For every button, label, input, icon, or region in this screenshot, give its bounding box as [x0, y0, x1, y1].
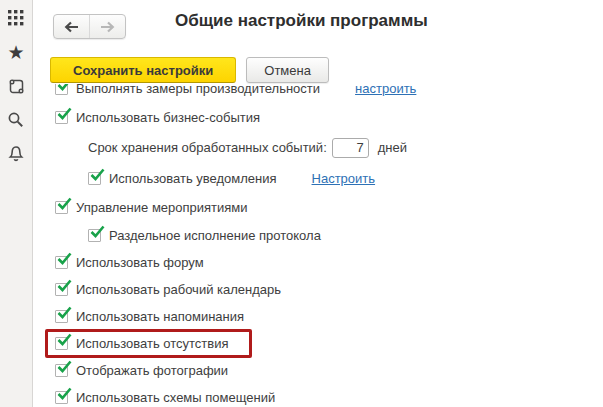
settings-row: Управление мероприятиями: [34, 194, 603, 221]
sidebar: ★: [0, 0, 33, 407]
back-arrow-icon: [64, 21, 79, 33]
history-scroll-icon[interactable]: [4, 74, 28, 98]
checkbox[interactable]: [55, 201, 68, 214]
settings-row: Использовать уведомления Настроить: [34, 163, 603, 194]
highlight-wrap: Использовать бизнес-события: [45, 103, 283, 132]
highlight-wrap: Использовать уведомления: [78, 164, 300, 193]
checkmark-icon: [57, 387, 72, 401]
checkbox-label: Использовать схемы помещений: [76, 390, 275, 405]
checkbox-label: Использовать бизнес-события: [76, 110, 260, 125]
checkbox-label: Управление мероприятиями: [76, 200, 248, 215]
checkbox[interactable]: [55, 310, 68, 323]
checkbox-label: Использовать форум: [76, 255, 204, 270]
settings-row: Выполнять замеры производительности наст…: [34, 84, 603, 102]
checkbox[interactable]: [55, 337, 68, 350]
cancel-button[interactable]: Отмена: [246, 57, 329, 83]
configure-link[interactable]: настроить: [355, 84, 416, 96]
checkmark-icon: [57, 107, 72, 121]
highlight-wrap: Раздельное исполнение протокола: [78, 221, 344, 250]
checkbox[interactable]: [55, 391, 68, 404]
settings-row: Использовать отсутствия: [34, 330, 603, 357]
highlight-wrap: Использовать форум: [45, 248, 227, 277]
forward-arrow-icon: [100, 21, 115, 33]
checkmark-icon: [57, 333, 72, 347]
highlight-wrap: Использовать схемы помещений: [45, 383, 298, 407]
checkbox-label: Использовать напоминания: [76, 309, 244, 324]
checkmark-icon: [57, 84, 72, 92]
checkmark-icon: [57, 360, 72, 374]
page-title: Общие настройки программы: [175, 11, 428, 31]
checkbox-label: Выполнять замеры производительности: [76, 84, 320, 96]
checkbox[interactable]: [88, 229, 101, 242]
configure-link[interactable]: Настроить: [312, 171, 376, 186]
checkbox[interactable]: [55, 283, 68, 296]
settings-window: ★: [0, 0, 603, 407]
settings-row: Использовать форум: [34, 249, 603, 276]
notifications-bell-icon[interactable]: [4, 142, 28, 166]
checkbox-label: Отображать фотографии: [76, 363, 228, 378]
forward-button[interactable]: [89, 15, 125, 38]
settings-row: Отображать фотографии: [34, 357, 603, 384]
checkbox[interactable]: [55, 364, 68, 377]
back-button[interactable]: [54, 15, 89, 38]
main-panel: Общие настройки программы Сохранить наст…: [34, 0, 603, 407]
settings-list: Выполнять замеры производительности наст…: [34, 84, 603, 407]
settings-row: Использовать рабочий календарь: [34, 276, 603, 303]
checkbox-label: Использовать рабочий календарь: [76, 282, 281, 297]
checkbox-label: Раздельное исполнение протокола: [109, 228, 321, 243]
highlight-wrap: Использовать отсутствия: [45, 329, 252, 358]
highlight-wrap: Использовать рабочий календарь: [45, 275, 304, 304]
checkmark-icon: [57, 279, 72, 293]
highlight-wrap: Управление мероприятиями: [45, 193, 271, 222]
checkmark-icon: [57, 197, 72, 211]
retention-days-input[interactable]: [332, 138, 369, 158]
checkbox-label: Использовать отсутствия: [76, 336, 229, 351]
settings-row: Раздельное исполнение протокола: [34, 221, 603, 249]
highlight-wrap: Использовать напоминания: [45, 302, 267, 331]
save-settings-button[interactable]: Сохранить настройки: [50, 57, 236, 83]
checkbox[interactable]: [88, 172, 101, 185]
checkmark-icon: [90, 225, 105, 239]
checkbox[interactable]: [55, 111, 68, 124]
checkbox-label: Использовать уведомления: [109, 171, 277, 186]
history-nav: [53, 14, 126, 39]
checkbox[interactable]: [55, 256, 68, 269]
settings-field-row: Срок хранения обработанных событий: дней: [34, 132, 603, 163]
field-label: Срок хранения обработанных событий:: [88, 140, 327, 155]
checkbox[interactable]: [55, 84, 68, 95]
search-icon[interactable]: [4, 108, 28, 132]
settings-row: Использовать напоминания: [34, 303, 603, 330]
checkmark-icon: [57, 306, 72, 320]
field-suffix: дней: [378, 140, 407, 155]
checkmark-icon: [57, 252, 72, 266]
settings-row: Использовать схемы помещений: [34, 384, 603, 407]
highlight-wrap: Выполнять замеры производительности: [45, 84, 343, 103]
menu-grid-icon[interactable]: [4, 6, 28, 30]
checkmark-icon: [90, 168, 105, 182]
settings-row: Использовать бизнес-события: [34, 102, 603, 132]
toolbar: Сохранить настройки Отмена: [50, 57, 329, 83]
favorites-star-icon[interactable]: ★: [4, 40, 28, 64]
highlight-wrap: Отображать фотографии: [45, 356, 251, 385]
